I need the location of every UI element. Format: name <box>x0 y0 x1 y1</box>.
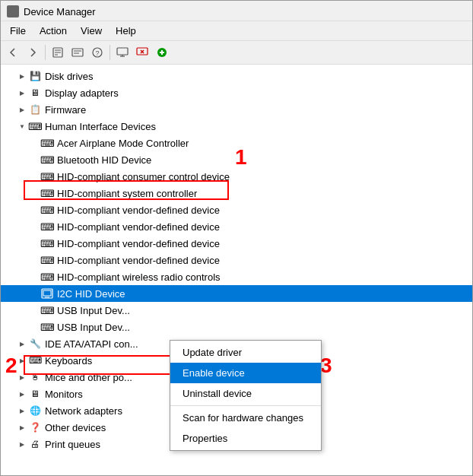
tree-item-i2c-hid[interactable]: I2C HID Device <box>1 285 472 302</box>
context-menu-update-driver[interactable]: Update driver <box>170 342 321 363</box>
disk-drives-icon <box>28 70 42 82</box>
hid-vendor3-label: HID-compliant vendor-defined device <box>57 238 220 249</box>
expand-disk-drives[interactable] <box>16 70 28 82</box>
svg-text:?: ? <box>95 49 99 57</box>
usb-input1-label: USB Input Dev... <box>57 305 130 316</box>
tree-item-hid-system[interactable]: HID-compliant system controller <box>1 185 472 202</box>
acer-icon <box>40 137 54 149</box>
tree-item-bluetooth-hid[interactable]: Bluetooth HID Device <box>1 151 472 168</box>
bluetooth-hid-icon <box>40 154 54 166</box>
i2c-hid-icon <box>40 287 54 300</box>
tree-item-hid-wireless[interactable]: HID-compliant wireless radio controls <box>1 268 472 285</box>
back-button[interactable] <box>4 43 22 62</box>
content-area: Disk drives Display adapters Firmware Hu… <box>1 65 472 475</box>
bluetooth-hid-label: Bluetooth HID Device <box>57 154 151 166</box>
tree-item-hid-vendor1[interactable]: HID-compliant vendor-defined device <box>1 202 472 218</box>
expand-acer <box>28 137 40 149</box>
tree-item-hid-vendor4[interactable]: HID-compliant vendor-defined device <box>1 252 472 268</box>
svg-point-1 <box>11 9 15 14</box>
usb-input2-label: USB Input Dev... <box>57 322 130 333</box>
tree-item-hid-consumer[interactable]: HID-compliant consumer control device <box>1 168 472 185</box>
menu-view[interactable]: View <box>75 23 108 39</box>
other-devices-icon <box>28 421 42 433</box>
tree-item-human-interface[interactable]: Human Interface Devices <box>1 118 472 135</box>
hid-vendor3-icon <box>40 237 54 249</box>
hid-vendor2-icon <box>40 221 54 233</box>
title-bar: Device Manager <box>1 1 472 21</box>
toolbar-sep-2 <box>110 45 110 60</box>
display-adapters-icon <box>28 87 42 99</box>
firmware-icon <box>28 103 42 116</box>
add-button[interactable] <box>153 43 171 62</box>
other-devices-label: Other devices <box>45 422 106 433</box>
context-menu-properties[interactable]: Properties <box>170 428 321 449</box>
update-driver-button[interactable] <box>68 43 87 62</box>
hid-vendor1-icon <box>40 204 54 216</box>
hid-wireless-label: HID-compliant wireless radio controls <box>57 271 221 283</box>
keyboards-icon <box>28 354 42 367</box>
i2c-hid-label: I2C HID Device <box>57 288 125 300</box>
ide-atapi-icon <box>28 338 42 350</box>
forward-button[interactable] <box>24 43 42 62</box>
acer-label: Acer Airplane Mode Controller <box>57 138 189 149</box>
context-menu-uninstall-device[interactable]: Uninstall device <box>170 383 321 404</box>
hid-vendor4-icon <box>40 254 54 266</box>
firmware-label: Firmware <box>45 104 86 116</box>
tree-item-hid-vendor2[interactable]: HID-compliant vendor-defined device <box>1 218 472 235</box>
hid-consumer-icon <box>40 170 54 182</box>
hid-wireless-icon <box>40 271 54 283</box>
computer-button[interactable] <box>113 43 132 62</box>
network-adapters-label: Network adapters <box>45 405 122 417</box>
window-title: Device Manager <box>24 6 96 17</box>
tree-item-usb-input1[interactable]: USB Input Dev... <box>1 302 472 319</box>
mice-icon <box>28 371 42 383</box>
tree-item-disk-drives[interactable]: Disk drives <box>1 68 472 84</box>
print-queues-label: Print queues <box>45 439 100 450</box>
network-adapters-icon <box>28 405 42 417</box>
expand-display-adapters[interactable] <box>16 87 28 99</box>
context-menu-enable-device[interactable]: Enable device <box>170 363 321 383</box>
hid-system-icon <box>40 187 54 199</box>
hid-consumer-label: HID-compliant consumer control device <box>57 171 230 182</box>
remove-button[interactable] <box>133 43 151 62</box>
keyboards-label: Keyboards <box>45 355 92 367</box>
menu-file[interactable]: File <box>4 23 32 39</box>
print-queues-icon <box>28 438 42 450</box>
toolbar-sep-1 <box>45 45 46 60</box>
menu-bar: File Action View Help <box>1 21 472 41</box>
properties-button[interactable] <box>49 43 67 62</box>
display-adapters-label: Display adapters <box>45 87 119 99</box>
window-icon <box>7 5 19 17</box>
hid-label: Human Interface Devices <box>45 121 156 132</box>
context-menu-scan-hardware[interactable]: Scan for hardware changes <box>170 408 321 428</box>
hid-vendor2-label: HID-compliant vendor-defined device <box>57 221 220 233</box>
help-button[interactable]: ? <box>88 43 106 62</box>
monitors-label: Monitors <box>45 389 83 400</box>
ide-atapi-label: IDE ATA/ATAPI con... <box>45 338 138 350</box>
svg-rect-21 <box>43 290 51 296</box>
hid-system-label: HID-compliant system controller <box>57 188 197 199</box>
context-menu-separator <box>170 405 321 406</box>
monitors-icon <box>28 388 42 400</box>
toolbar: ? <box>1 41 472 65</box>
svg-rect-6 <box>72 49 83 56</box>
hid-vendor4-label: HID-compliant vendor-defined device <box>57 255 220 266</box>
mice-label: Mice and other po... <box>45 372 132 383</box>
tree-item-display-adapters[interactable]: Display adapters <box>1 84 472 101</box>
menu-action[interactable]: Action <box>33 23 73 39</box>
hid-vendor1-label: HID-compliant vendor-defined device <box>57 205 220 216</box>
context-menu: Update driver Enable device Uninstall de… <box>170 340 322 451</box>
hid-icon <box>28 120 42 132</box>
menu-help[interactable]: Help <box>110 23 142 39</box>
usb-input2-icon <box>40 321 54 333</box>
tree-item-acer[interactable]: Acer Airplane Mode Controller <box>1 135 472 151</box>
device-manager-window: Device Manager File Action View Help <box>0 0 473 476</box>
svg-rect-11 <box>117 48 128 55</box>
disk-drives-label: Disk drives <box>45 71 94 82</box>
expand-firmware[interactable] <box>16 103 28 116</box>
tree-item-hid-vendor3[interactable]: HID-compliant vendor-defined device <box>1 235 472 252</box>
expand-human-interface[interactable] <box>16 120 28 132</box>
tree-item-usb-input2[interactable]: USB Input Dev... <box>1 319 472 335</box>
tree-item-firmware[interactable]: Firmware <box>1 101 472 118</box>
usb-input1-icon <box>40 304 54 316</box>
